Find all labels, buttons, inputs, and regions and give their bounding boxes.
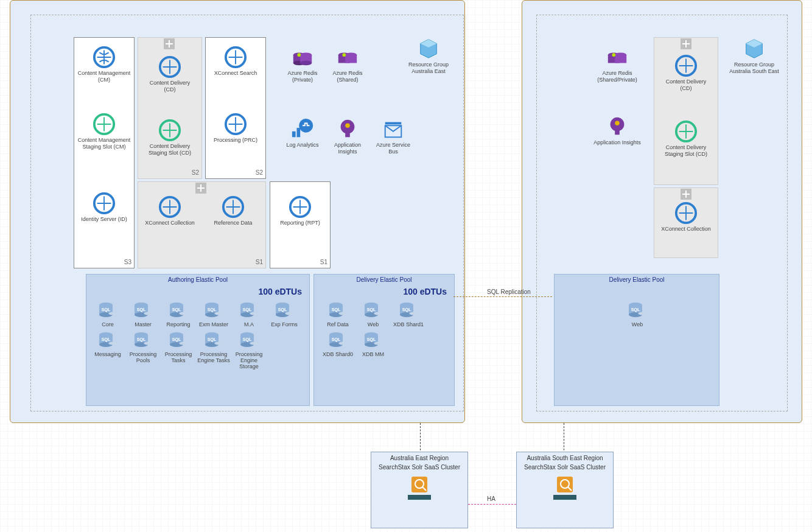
- resource-group-east: Resource Group Australia East S3 S2 S2 S…: [30, 15, 464, 411]
- db-web: SQLWeb: [355, 300, 391, 327]
- db-exp-forms: SQLExp Forms: [267, 300, 302, 327]
- pool-delivery: Delivery Elastic Pool 100 eDTUs SQLRef D…: [313, 274, 455, 406]
- resource-group-east-label: Resource Group Australia East: [401, 37, 456, 75]
- svg-text:SQL: SQL: [332, 307, 341, 312]
- pool-dbs-authoring: SQLCoreSQLMasterSQLReportingSQLExm Maste…: [90, 299, 307, 371]
- redis-south: Azure Redis (Shared/Private): [590, 46, 644, 83]
- db-processing-engine-tasks: SQLProcessing Engine Tasks: [196, 330, 231, 363]
- svg-text:SQL: SQL: [332, 337, 341, 342]
- service-bus: Azure Service Bus: [372, 117, 415, 155]
- svg-point-31: [345, 124, 350, 128]
- log-analytics: Log Analytics: [281, 117, 324, 149]
- sql-rep-label: SQL Replication: [487, 289, 531, 295]
- webapp-staging-icon: [93, 113, 116, 136]
- app-insights: Application Insights: [326, 117, 369, 155]
- redis-private: Azure Redis (Private): [281, 46, 324, 83]
- svg-rect-117: [408, 495, 431, 500]
- svg-text:SQL: SQL: [278, 307, 287, 312]
- db-processing-tasks: SQLProcessing Tasks: [161, 330, 196, 363]
- app-xccoll-south: XConnect Collection: [659, 201, 713, 233]
- svg-point-107: [615, 121, 620, 126]
- app-cd: Content Delivery (CD): [143, 55, 197, 93]
- app-rpt: Reporting (RPT): [273, 195, 327, 226]
- solr-heading: Australia East Region: [371, 455, 467, 461]
- region-south: Resource Group Australia South East Azur…: [522, 0, 802, 423]
- pool-edtu: 100 eDTUs: [258, 287, 302, 296]
- app-id: Identity Server (ID): [77, 192, 131, 223]
- db-core: SQLCore: [90, 300, 125, 327]
- pool-title: Delivery Elastic Pool: [314, 276, 454, 283]
- svg-rect-26: [292, 131, 296, 138]
- svg-rect-120: [553, 495, 576, 500]
- svg-rect-27: [297, 128, 301, 137]
- pool-delivery-south: Delivery Elastic Pool SQLWeb: [554, 274, 719, 406]
- scale-icon: [195, 183, 206, 194]
- webapp-icon: [158, 55, 181, 79]
- app-cd-south: Content Delivery (CD): [659, 54, 713, 92]
- region-east: Resource Group Australia East S3 S2 S2 S…: [10, 0, 465, 423]
- app-xcsearch: XConnect Search: [209, 46, 262, 77]
- svg-point-19: [300, 61, 312, 66]
- redis-icon: [606, 46, 629, 69]
- svg-text:SQL: SQL: [243, 307, 252, 312]
- svg-text:SQL: SQL: [208, 337, 217, 342]
- svg-point-25: [342, 53, 346, 57]
- svg-text:SQL: SQL: [402, 307, 411, 312]
- ha-label: HA: [487, 495, 495, 502]
- db-processing-engine-storage: SQLProcessing Engine Storage: [231, 330, 267, 369]
- svg-rect-103: [615, 55, 626, 63]
- pool-title: Authoring Elastic Pool: [86, 276, 309, 283]
- svg-point-28: [299, 119, 313, 133]
- app-xccoll: XConnect Collection: [143, 195, 197, 226]
- pool-dbs-south: SQLWeb: [561, 299, 714, 329]
- svg-point-20: [297, 53, 301, 57]
- svg-text:SQL: SQL: [172, 337, 181, 342]
- resource-group-south-label: Resource Group Australia South East: [726, 37, 783, 75]
- pool-edtu: 100 eDTUs: [403, 287, 447, 296]
- svg-text:SQL: SQL: [367, 307, 376, 312]
- scale-icon: [681, 189, 691, 200]
- solr-heading: Australia South East Region: [517, 455, 613, 461]
- svg-text:SQL: SQL: [102, 307, 111, 312]
- db-m.a: SQLM.A: [231, 300, 267, 327]
- pool-authoring: Authoring Elastic Pool 100 eDTUs SQLCore…: [86, 274, 310, 406]
- resource-group-south: Resource Group Australia South East Azur…: [536, 15, 788, 411]
- webapp-icon: [289, 195, 312, 219]
- webapp-icon: [93, 46, 116, 69]
- app-cm-stage: Content Management Staging Slot (CM): [77, 113, 131, 150]
- svg-text:SQL: SQL: [102, 337, 111, 342]
- scale-icon: [164, 38, 175, 49]
- solr-south: Australia South East Region SearchStax S…: [516, 452, 614, 528]
- resource-group-icon: [743, 37, 766, 60]
- svg-rect-24: [345, 55, 357, 63]
- pool-dbs-delivery: SQLRef DataSQLWebSQLXDB Shard1SQLXDB Sha…: [320, 299, 449, 359]
- app-cm: Content Management (CM): [77, 46, 131, 83]
- redis-shared: Azure Redis (Shared): [326, 46, 369, 83]
- diagram-canvas: Resource Group Australia East S3 S2 S2 S…: [0, 0, 812, 532]
- connector-east-down: [420, 423, 421, 453]
- webapp-icon: [224, 46, 247, 69]
- webapp-icon: [158, 195, 181, 219]
- db-processing-pools: SQLProcessing Pools: [125, 330, 161, 363]
- svg-text:SQL: SQL: [367, 337, 376, 342]
- webapp-icon: [224, 113, 247, 136]
- db-xdb-mm: SQLXDB MM: [355, 330, 391, 357]
- webapp-icon: [674, 201, 698, 225]
- webapp-icon: [93, 192, 116, 215]
- ha-line: [468, 504, 516, 505]
- solr-label: SearchStax Solr SaaS Cluster: [517, 464, 613, 471]
- app-prc: Processing (PRC): [209, 113, 262, 144]
- webapp-staging-icon: [674, 120, 698, 143]
- svg-text:SQL: SQL: [172, 307, 181, 312]
- svg-rect-106: [615, 130, 620, 135]
- db-master: SQLMaster: [125, 300, 161, 327]
- resource-group-icon: [417, 37, 440, 60]
- app-cd-stage-south: Content Delivery Staging Slot (CD): [659, 120, 713, 158]
- log-analytics-icon: [291, 117, 314, 141]
- svg-rect-30: [345, 133, 350, 138]
- svg-point-104: [612, 53, 615, 57]
- servicebus-icon: [382, 117, 405, 141]
- db-xdb-shard0: SQLXDB Shard0: [320, 330, 355, 357]
- svg-rect-32: [385, 122, 402, 125]
- db-exm-master: SQLExm Master: [196, 300, 231, 327]
